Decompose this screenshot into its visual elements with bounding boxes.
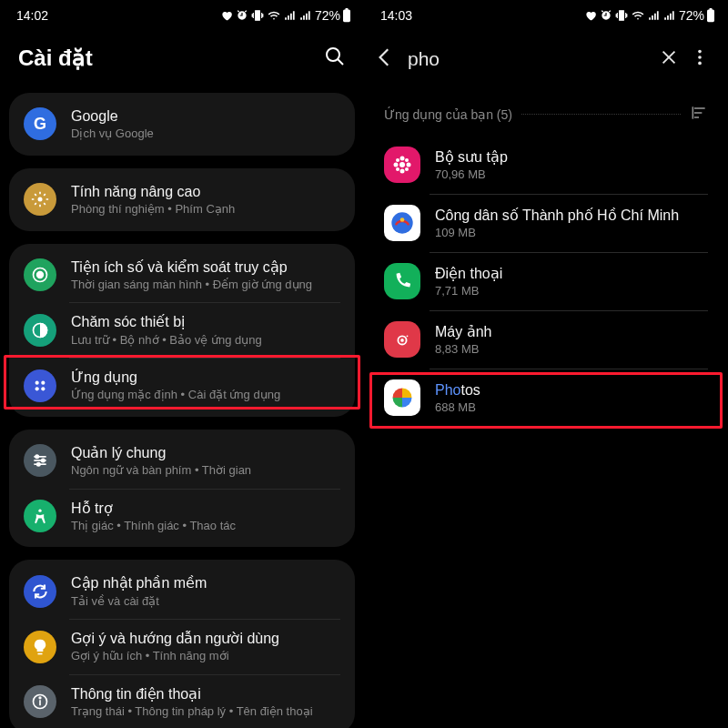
app-search-results: Bộ sưu tập70,96 MBCông dân số Thành phố … — [364, 136, 728, 427]
sort-button[interactable] — [690, 104, 708, 125]
svg-point-18 — [38, 510, 41, 512]
svg-rect-24 — [709, 8, 712, 10]
google-icon: G — [24, 107, 56, 140]
app-item-label: Máy ảnh — [435, 323, 491, 340]
app-item-size: 7,71 MB — [435, 284, 502, 298]
settings-list: GGoogleDịch vụ GoogleTính năng nâng caoP… — [0, 93, 364, 728]
settings-item-sublabel: Phòng thí nghiệm • Phím Cạnh — [71, 202, 235, 217]
settings-item-label: Ứng dụng — [71, 369, 280, 386]
settings-item-label: Tiện ích số và kiểm soát truy cập — [71, 258, 312, 276]
settings-item-wellbeing[interactable]: Tiện ích số và kiểm soát truy cậpThời gi… — [9, 248, 355, 303]
settings-item-label: Quản lý chung — [71, 444, 251, 461]
section-title: Ứng dụng của bạn (5) — [384, 107, 512, 122]
heart-icon — [584, 9, 597, 22]
app-item-photos[interactable]: Photos688 MB — [369, 369, 723, 427]
search-button[interactable] — [324, 46, 346, 71]
search-input[interactable]: pho — [402, 48, 653, 70]
alarm-icon — [600, 9, 612, 22]
settings-item-label: Hỗ trợ — [71, 500, 236, 517]
more-options-button[interactable] — [684, 47, 715, 71]
app-item-text: Photos688 MB — [435, 381, 480, 415]
app-item-gallery[interactable]: Bộ sưu tập70,96 MB — [369, 136, 723, 194]
about-icon — [24, 685, 56, 718]
settings-item-sublabel: Thị giác • Thính giác • Thao tác — [71, 519, 236, 533]
svg-point-17 — [37, 463, 40, 466]
back-button[interactable] — [373, 46, 397, 73]
search-icon — [324, 46, 346, 67]
status-bar: 14:02 72% — [0, 0, 364, 27]
app-item-text: Máy ảnh8,83 MB — [435, 323, 491, 357]
app-item-hcmc[interactable]: Công dân số Thành phố Hồ Chí Minh109 MB — [369, 194, 723, 252]
settings-item-text: Gợi ý và hướng dẫn người dùngGợi ý hữu í… — [71, 630, 279, 663]
svg-rect-23 — [707, 10, 714, 23]
settings-item-google[interactable]: GGoogleDịch vụ Google — [9, 96, 355, 152]
svg-point-10 — [35, 387, 39, 390]
status-indicators: 72% — [584, 8, 715, 23]
app-item-camera[interactable]: Máy ảnh8,83 MB — [369, 310, 723, 369]
svg-point-6 — [37, 272, 44, 278]
general-icon — [24, 444, 56, 477]
svg-point-15 — [35, 455, 38, 458]
settings-item-sublabel: Gợi ý hữu ích • Tính năng mới — [71, 649, 279, 663]
svg-point-22 — [39, 697, 41, 699]
settings-group: Quản lý chungNgôn ngữ và bàn phím • Thời… — [9, 430, 355, 548]
settings-item-update[interactable]: Cập nhật phần mềmTải về và cài đặt — [9, 563, 355, 619]
advanced-icon — [24, 183, 56, 216]
svg-point-2 — [327, 48, 339, 61]
status-bar: 14:03 72% — [364, 0, 728, 27]
settings-item-text: Tính năng nâng caoPhòng thí nghiệm • Phí… — [71, 183, 235, 217]
svg-rect-0 — [343, 10, 350, 23]
app-item-label: Bộ sưu tập — [435, 148, 508, 166]
svg-point-36 — [394, 163, 399, 167]
signal-icon — [648, 9, 661, 22]
alarm-icon — [236, 9, 248, 22]
svg-point-38 — [396, 158, 399, 162]
clear-search-button[interactable] — [659, 47, 679, 71]
phone-right-search: 14:03 72% pho — [364, 0, 728, 728]
settings-item-devicecare[interactable]: Chăm sóc thiết bịLưu trữ • Bộ nhớ • Bảo … — [9, 302, 355, 358]
tips-icon — [24, 631, 56, 663]
settings-item-general[interactable]: Quản lý chungNgôn ngữ và bàn phím • Thời… — [9, 433, 355, 489]
app-item-size: 109 MB — [435, 226, 679, 240]
svg-point-46 — [407, 335, 409, 337]
svg-point-41 — [405, 167, 409, 171]
settings-item-apps[interactable]: Ứng dụngỨng dụng mặc định • Cài đặt ứng … — [9, 358, 355, 413]
vibrate-icon — [251, 9, 264, 22]
settings-item-sublabel: Trạng thái • Thông tin pháp lý • Tên điệ… — [71, 704, 313, 719]
status-time: 14:03 — [380, 8, 412, 23]
settings-item-advanced[interactable]: Tính năng nâng caoPhòng thí nghiệm • Phí… — [9, 172, 355, 228]
svg-point-16 — [42, 460, 45, 462]
app-item-size: 688 MB — [435, 400, 480, 415]
app-item-phone[interactable]: Điện thoại7,71 MB — [369, 252, 723, 310]
settings-item-sublabel: Ứng dụng mặc định • Cài đặt ứng dụng — [71, 388, 280, 402]
svg-point-39 — [405, 158, 409, 162]
settings-item-accessibility[interactable]: Hỗ trợThị giác • Thính giác • Thao tác — [9, 489, 355, 544]
settings-item-text: Cập nhật phần mềmTải về và cài đặt — [71, 574, 207, 608]
settings-header: Cài đặt — [0, 27, 364, 93]
phone-icon — [384, 263, 420, 299]
app-item-text: Công dân số Thành phố Hồ Chí Minh109 MB — [435, 207, 679, 240]
settings-item-about[interactable]: Thông tin điện thoạiTrạng thái • Thông t… — [9, 674, 355, 728]
update-icon — [24, 575, 56, 608]
svg-point-9 — [41, 380, 45, 384]
svg-point-40 — [396, 167, 399, 171]
settings-group: Tiện ích số và kiểm soát truy cậpThời gi… — [9, 244, 355, 417]
settings-item-sublabel: Dịch vụ Google — [71, 126, 154, 141]
apps-icon — [24, 369, 56, 402]
settings-item-tips[interactable]: Gợi ý và hướng dẫn người dùngGợi ý hữu í… — [9, 619, 355, 674]
settings-item-label: Cập nhật phần mềm — [71, 574, 207, 592]
svg-point-35 — [400, 169, 405, 174]
settings-item-label: Chăm sóc thiết bị — [71, 313, 262, 330]
battery-icon — [706, 8, 715, 23]
photos-icon — [384, 379, 420, 416]
svg-point-45 — [400, 339, 404, 342]
accessibility-icon — [24, 500, 56, 532]
back-icon — [373, 46, 397, 69]
svg-point-33 — [399, 162, 405, 167]
wifi-icon — [267, 9, 281, 22]
svg-line-3 — [338, 59, 343, 65]
settings-item-sublabel: Tải về và cài đặt — [71, 594, 207, 609]
settings-item-text: Hỗ trợThị giác • Thính giác • Thao tác — [71, 500, 236, 533]
app-item-text: Bộ sưu tập70,96 MB — [435, 148, 508, 182]
svg-point-28 — [698, 56, 702, 59]
